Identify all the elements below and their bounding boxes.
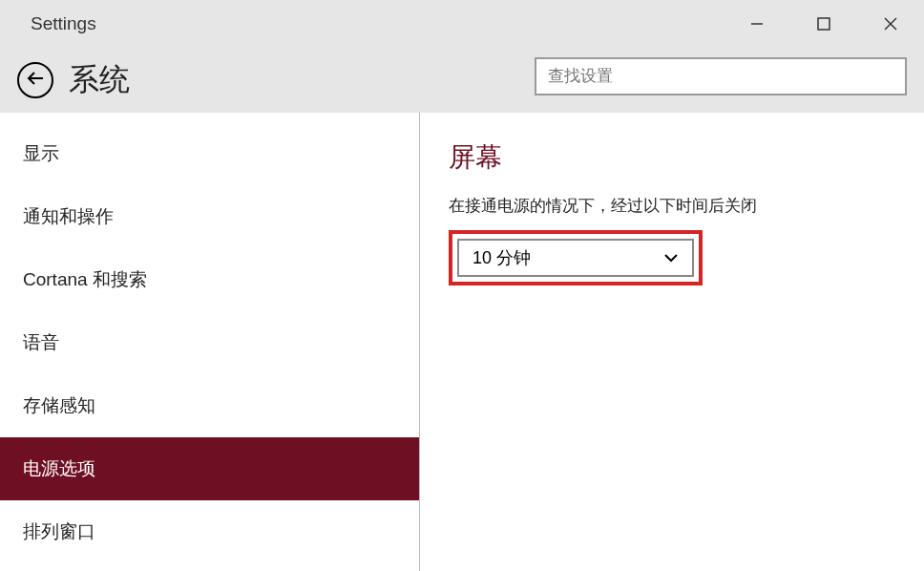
- search-box[interactable]: [535, 57, 907, 95]
- sidebar-item-label: 语音: [23, 330, 59, 355]
- sidebar-item-storage[interactable]: 存储感知: [0, 374, 419, 437]
- page-title: 系统: [69, 59, 130, 101]
- back-button[interactable]: [17, 62, 53, 98]
- maximize-button[interactable]: [790, 0, 857, 48]
- sidebar-item-power[interactable]: 电源选项: [0, 437, 419, 500]
- field-label: 在接通电源的情况下，经过以下时间后关闭: [449, 195, 895, 217]
- screen-timeout-dropdown[interactable]: 10 分钟: [457, 239, 694, 277]
- sidebar-item-label: 电源选项: [23, 456, 95, 481]
- sidebar-item-label: 通知和操作: [23, 204, 114, 229]
- sidebar-item-label: 显示: [23, 141, 59, 166]
- sidebar-item-label: Cortana 和搜索: [23, 267, 147, 292]
- svg-rect-1: [818, 18, 830, 30]
- body: 显示 通知和操作 Cortana 和搜索 语音 存储感知 电源选项 排列窗口 屏…: [0, 113, 924, 571]
- sidebar: 显示 通知和操作 Cortana 和搜索 语音 存储感知 电源选项 排列窗口: [0, 113, 420, 571]
- sidebar-item-speech[interactable]: 语音: [0, 311, 419, 374]
- highlight-annotation: 10 分钟: [449, 230, 703, 286]
- header: 系统: [0, 48, 924, 113]
- arrow-left-icon: [26, 71, 45, 90]
- chevron-down-icon: [663, 250, 679, 265]
- sidebar-item-label: 存储感知: [23, 393, 95, 418]
- titlebar: Settings: [0, 0, 924, 48]
- dropdown-value: 10 分钟: [472, 246, 531, 269]
- window-controls: [724, 0, 924, 48]
- minimize-button[interactable]: [724, 0, 790, 48]
- section-title: 屏幕: [449, 139, 895, 176]
- sidebar-item-cortana[interactable]: Cortana 和搜索: [0, 248, 419, 311]
- sidebar-item-label: 排列窗口: [23, 519, 95, 544]
- sidebar-item-arrange-windows[interactable]: 排列窗口: [0, 500, 419, 563]
- window-title: Settings: [31, 13, 96, 34]
- search-input[interactable]: [548, 67, 893, 86]
- content-panel: 屏幕 在接通电源的情况下，经过以下时间后关闭 10 分钟: [420, 113, 924, 571]
- sidebar-item-display[interactable]: 显示: [0, 122, 419, 185]
- sidebar-item-notifications[interactable]: 通知和操作: [0, 185, 419, 248]
- close-button[interactable]: [857, 0, 924, 48]
